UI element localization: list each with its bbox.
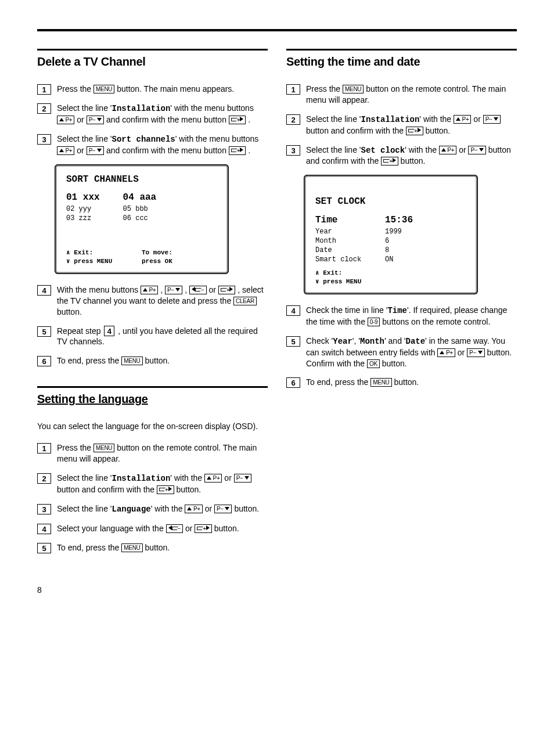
p-up-button-icon: P+ (439, 146, 456, 154)
text: or (458, 348, 467, 357)
language-step-3: 3 Select the line 'Language' with the P+… (37, 503, 268, 515)
language-intro: You can select the language for the on-s… (37, 421, 268, 432)
text: Select the line ' (306, 114, 361, 124)
step-number: 2 (286, 114, 300, 125)
menu-button-icon: MENU (121, 357, 142, 365)
step-body: Check the time in line 'Time'. If requir… (306, 305, 517, 327)
text: or (473, 114, 483, 124)
text: Select the line ' (57, 473, 112, 483)
clock-step-5: 5 Check 'Year', 'Month' and 'Date' in th… (286, 336, 517, 369)
step-number: 5 (286, 336, 300, 347)
screen-channel-list: 01 xxx 02 yyy 03 zzz 04 aaa 05 bbb 06 cc… (66, 192, 217, 244)
text: button. (234, 504, 259, 513)
p-down-button-icon: P− (483, 115, 501, 124)
step-body: Select the line 'Installation' with the … (57, 473, 268, 495)
step-number: 4 (286, 305, 300, 316)
text: , (185, 285, 189, 294)
text: Press the (57, 84, 93, 93)
menu-line-label: Month (360, 337, 384, 346)
text: or (77, 146, 86, 155)
footer-text: press OK (142, 257, 217, 266)
clock-step-1: 1 Press the MENU button on the remote co… (286, 84, 517, 106)
screen-title: SET CLOCK (315, 196, 466, 208)
right-button-icon: + (381, 157, 398, 165)
text: ' with the menu buttons (175, 134, 259, 143)
step-number: 6 (37, 356, 51, 366)
text: Select your language with the (57, 524, 166, 533)
text: To end, press the (57, 543, 121, 552)
text: Press the (57, 443, 93, 452)
channel-entry: 02 yyy (66, 204, 100, 214)
step-body: Press the MENU button on the remote cont… (306, 84, 517, 106)
footer-text: ∧ Exit: (66, 249, 142, 257)
heading-setting-time-date: Setting the time and date (286, 49, 517, 70)
text: or (224, 473, 233, 483)
text: . (248, 146, 250, 155)
p-down-button-icon: P− (87, 146, 104, 155)
menu-button-icon: MENU (93, 444, 114, 452)
text: button. (401, 156, 426, 165)
step-number: 4 (37, 524, 51, 534)
step-number: 4 (37, 285, 51, 296)
screen-title: SORT CHANNELS (66, 174, 217, 186)
text: or (459, 145, 468, 154)
heading-delete-channel: Delete a TV Channel (37, 49, 268, 70)
step-body: Check 'Year', 'Month' and 'Date' in the … (306, 336, 517, 369)
right-button-icon: + (157, 485, 174, 494)
step-body: Press the MENU button on the remote cont… (57, 442, 268, 465)
text: button. (145, 356, 170, 365)
step-number: 2 (37, 103, 51, 114)
p-down-button-icon: P− (214, 505, 232, 513)
right-button-icon: + (406, 127, 423, 135)
delete-step-2: 2 Select the line 'Installation' with th… (37, 103, 268, 125)
step-number: 6 (286, 377, 300, 388)
p-up-button-icon: P+ (141, 286, 158, 294)
step-body: Repeat step 4 , until you have deleted a… (57, 326, 268, 348)
text: ' with the (151, 504, 185, 513)
clock-fields: Time15:36 Year1999 Month6 Date8 Smart cl… (315, 214, 466, 264)
screen-footer: ∧ Exit: ∨ press MENU (315, 269, 466, 286)
text: or (77, 115, 86, 124)
language-step-1: 1 Press the MENU button on the remote co… (37, 442, 268, 465)
text: With the menu buttons (57, 285, 141, 294)
right-button-icon: + (195, 524, 212, 533)
text: Select the line ' (57, 103, 112, 113)
language-step-4: 4 Select your language with the − or + b… (37, 523, 268, 534)
text: Press the (306, 84, 343, 93)
footer-text: ∨ press MENU (66, 257, 142, 266)
right-button-icon: + (229, 116, 246, 124)
right-button-icon: + (229, 146, 246, 155)
step-number: 5 (37, 326, 51, 337)
text: button and confirm with the (57, 485, 157, 494)
channel-entry: 06 ccc (123, 214, 157, 223)
p-down-button-icon: P− (165, 286, 182, 294)
text: Select the line ' (306, 145, 361, 154)
text: button. (394, 377, 419, 387)
text: Select the line ' (57, 134, 112, 143)
menu-button-icon: MENU (93, 85, 114, 93)
text: and confirm with the menu button (106, 115, 229, 124)
menu-button-icon: MENU (370, 378, 391, 387)
text: and confirm with the menu button (106, 146, 229, 155)
text: . (248, 115, 250, 124)
text: or (205, 504, 214, 513)
p-up-button-icon: P+ (185, 505, 202, 513)
field-label: Year (315, 227, 385, 236)
step-body: With the menu buttons P+ , P− , − or + ,… (57, 285, 268, 318)
delete-step-1: 1 Press the MENU button. The main menu a… (37, 84, 268, 95)
text: or (209, 285, 218, 294)
menu-button-icon: MENU (343, 85, 364, 93)
p-up-button-icon: P+ (57, 146, 74, 155)
field-label: Time (315, 214, 385, 227)
text: ' with the (405, 145, 439, 154)
text: button. (57, 307, 82, 316)
clock-step-4: 4 Check the time in line 'Time'. If requ… (286, 305, 517, 327)
text: button. (214, 524, 239, 533)
channel-entry: 03 zzz (66, 214, 100, 223)
text: button. (176, 485, 201, 494)
menu-button-icon: MENU (121, 543, 142, 552)
p-down-button-icon: P− (468, 146, 485, 154)
clock-step-2: 2 Select the line 'Installation' with th… (286, 114, 517, 136)
page-number: 8 (37, 585, 517, 596)
left-button-icon: − (166, 524, 184, 533)
